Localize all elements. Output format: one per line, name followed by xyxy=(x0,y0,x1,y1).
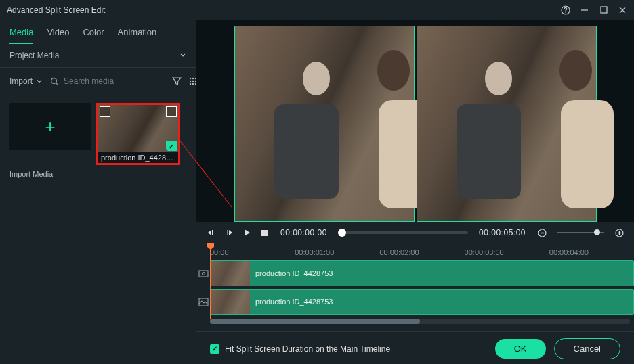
split-preview[interactable] xyxy=(234,26,597,222)
tab-color[interactable]: Color xyxy=(83,27,104,44)
media-panel: Media Video Color Animation Project Medi… xyxy=(0,20,196,364)
ruler-tick: 00:00:01:00 xyxy=(295,248,379,256)
maximize-icon[interactable] xyxy=(599,5,608,15)
ruler-tick: 00:00:02:00 xyxy=(379,248,464,256)
checkbox-icon: ✓ xyxy=(210,344,219,354)
subheader-label: Project Media xyxy=(9,51,59,60)
import-media-tile[interactable]: + xyxy=(9,103,91,150)
subheader[interactable]: Project Media xyxy=(0,44,196,68)
checkbox-label: Fit Split Screen Duration on the Main Ti… xyxy=(225,344,390,354)
zoom-in-button[interactable] xyxy=(614,227,625,238)
minimize-icon[interactable] xyxy=(580,5,589,15)
timeline-clip[interactable]: production ID_4428753 xyxy=(210,289,634,315)
titlebar: Advanced Split Screen Edit xyxy=(0,0,634,20)
clip-strip-label: production ID_4428753 xyxy=(255,298,333,306)
filter-icon[interactable] xyxy=(172,76,182,87)
svg-rect-16 xyxy=(261,230,268,236)
svg-point-8 xyxy=(192,78,194,79)
clip-thumbnail: ✓ xyxy=(98,105,178,152)
svg-point-14 xyxy=(192,83,194,85)
svg-point-10 xyxy=(190,81,191,82)
svg-point-5 xyxy=(51,78,56,83)
zoom-out-button[interactable] xyxy=(536,227,547,238)
svg-line-6 xyxy=(56,83,58,85)
svg-rect-2 xyxy=(601,7,607,13)
scrollbar-thumb[interactable] xyxy=(210,319,420,324)
ruler-tick: 00:00:04:00 xyxy=(549,248,634,256)
scrubber[interactable] xyxy=(338,231,468,234)
footer: ✓ Fit Split Screen Duration on the Main … xyxy=(196,331,634,364)
media-clip[interactable]: ✓ production ID_4428753 xyxy=(96,103,180,165)
timecode-current: 00:00:00:00 xyxy=(280,228,327,237)
track-row: production ID_4428753 xyxy=(196,289,634,315)
svg-point-11 xyxy=(192,81,194,82)
search-icon xyxy=(49,76,60,87)
svg-point-13 xyxy=(190,83,191,85)
import-button[interactable]: Import xyxy=(9,76,42,86)
zoom-slider[interactable] xyxy=(557,232,604,233)
video-track-icon[interactable] xyxy=(196,269,210,279)
transport-bar: 00:00:00:00 00:00:05:00 xyxy=(196,222,634,244)
chevron-down-icon xyxy=(179,51,186,60)
ok-button[interactable]: OK xyxy=(495,339,546,359)
tab-media[interactable]: Media xyxy=(9,27,33,44)
timeline-ruler[interactable]: 00:00 00:00:01:00 00:00:02:00 00:00:03:0… xyxy=(196,244,634,260)
timeline-scrollbar[interactable] xyxy=(210,319,630,324)
ruler-tick: 00:00:03:00 xyxy=(465,248,549,256)
cancel-button[interactable]: Cancel xyxy=(554,338,620,359)
import-tile-label: Import Media xyxy=(0,170,196,178)
panel-tabs: Media Video Color Animation xyxy=(0,20,196,44)
clip-strip-thumb xyxy=(211,290,250,314)
fit-duration-checkbox[interactable]: ✓ Fit Split Screen Duration on the Main … xyxy=(210,344,487,354)
timecode-duration: 00:00:05:00 xyxy=(479,228,526,237)
ruler-tick: 00:00 xyxy=(210,248,295,256)
timeline: 00:00 00:00:01:00 00:00:02:00 00:00:03:0… xyxy=(196,244,634,331)
stop-button[interactable] xyxy=(259,227,270,238)
image-track-icon[interactable] xyxy=(196,297,210,307)
clip-strip-thumb xyxy=(211,261,250,286)
clip-name: production ID_4428753 xyxy=(98,152,178,163)
close-icon[interactable] xyxy=(618,5,627,15)
prev-frame-button[interactable] xyxy=(206,227,217,238)
svg-rect-22 xyxy=(199,271,208,277)
track-row: production ID_4428753 xyxy=(196,260,634,286)
next-frame-button[interactable] xyxy=(224,227,234,238)
preview-pane-right[interactable] xyxy=(417,26,597,222)
playhead[interactable] xyxy=(210,244,211,319)
tab-video[interactable]: Video xyxy=(47,27,69,44)
search-input[interactable] xyxy=(64,76,165,86)
play-button[interactable] xyxy=(241,227,252,238)
svg-point-23 xyxy=(202,272,205,275)
check-icon: ✓ xyxy=(166,141,177,151)
tab-animation[interactable]: Animation xyxy=(118,27,157,44)
timeline-clip[interactable]: production ID_4428753 xyxy=(210,260,634,286)
preview-pane-left[interactable] xyxy=(234,26,415,222)
preview-area xyxy=(196,20,634,222)
svg-point-7 xyxy=(190,78,191,79)
help-icon[interactable] xyxy=(561,5,570,15)
plus-icon: + xyxy=(45,116,55,137)
import-label: Import xyxy=(9,76,33,86)
window-title: Advanced Split Screen Edit xyxy=(7,5,561,15)
clip-strip-label: production ID_4428753 xyxy=(255,269,333,277)
